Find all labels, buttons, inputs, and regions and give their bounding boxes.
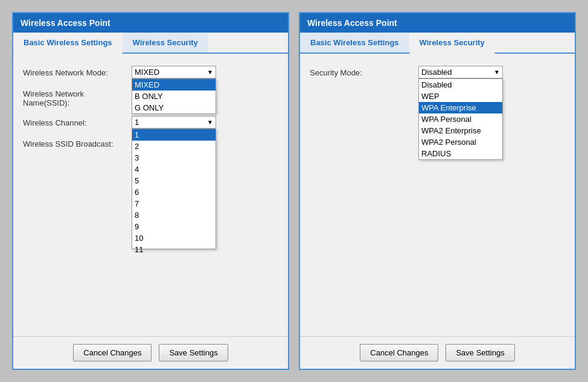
network-mode-dropdown[interactable]: MIXED ▼ MIXED B ONLY G ONLY (132, 66, 216, 78)
network-mode-list: MIXED B ONLY G ONLY (132, 78, 216, 114)
network-mode-row: Wireless Network Mode: MIXED ▼ MIXED B O… (23, 66, 278, 78)
left-tab-bar: Basic Wireless Settings Wireless Securit… (13, 33, 288, 54)
channel-dropdown[interactable]: 1 ▼ 1 2 3 4 5 6 7 8 9 10 11 (132, 116, 216, 129)
network-mode-option-gonly[interactable]: G ONLY (132, 102, 216, 113)
channel-option-4[interactable]: 4 (132, 164, 216, 175)
left-panel: Wireless Access Point Basic Wireless Set… (12, 12, 289, 370)
channel-option-7[interactable]: 7 (132, 198, 216, 209)
channel-value: 1 (135, 118, 139, 127)
left-save-button[interactable]: Save Settings (159, 344, 228, 361)
security-option-disabled[interactable]: Disabled (419, 79, 502, 91)
left-panel-body: Wireless Network Mode: MIXED ▼ MIXED B O… (13, 54, 288, 336)
left-cancel-button[interactable]: Cancel Changes (73, 344, 152, 361)
left-tab-security[interactable]: Wireless Security (123, 33, 208, 53)
security-mode-label: Security Mode: (310, 66, 418, 77)
channel-control: 1 ▼ 1 2 3 4 5 6 7 8 9 10 11 (132, 116, 278, 129)
security-option-wep[interactable]: WEP (419, 91, 502, 102)
security-option-wpa2-enterprise[interactable]: WPA2 Enterprise (419, 125, 502, 136)
network-mode-arrow-icon: ▼ (207, 69, 213, 75)
right-panel: Wireless Access Point Basic Wireless Set… (299, 12, 576, 370)
channel-option-5[interactable]: 5 (132, 175, 216, 186)
network-mode-label: Wireless Network Mode: (23, 66, 132, 77)
security-mode-dropdown[interactable]: Disabled ▼ Disabled WEP WPA Enterprise W… (418, 66, 503, 78)
right-cancel-button[interactable]: Cancel Changes (360, 344, 438, 361)
left-panel-footer: Cancel Changes Save Settings (13, 336, 288, 369)
channel-option-11[interactable]: 11 (132, 244, 216, 255)
channel-option-10[interactable]: 10 (132, 232, 216, 244)
channel-option-8[interactable]: 8 (132, 209, 216, 221)
left-tab-basic[interactable]: Basic Wireless Settings (13, 33, 123, 54)
network-mode-trigger[interactable]: MIXED ▼ (132, 66, 216, 78)
channel-option-3[interactable]: 3 (132, 152, 216, 164)
security-option-radius[interactable]: RADIUS (419, 148, 502, 159)
channel-option-1[interactable]: 1 (132, 129, 216, 141)
security-option-wpa-enterprise[interactable]: WPA Enterprise (419, 102, 502, 113)
security-mode-control: Disabled ▼ Disabled WEP WPA Enterprise W… (418, 66, 565, 78)
right-panel-footer: Cancel Changes Save Settings (300, 336, 575, 369)
security-option-wpa-personal[interactable]: WPA Personal (419, 113, 502, 125)
right-panel-body: Security Mode: Disabled ▼ Disabled WEP W… (300, 54, 575, 336)
right-tab-bar: Basic Wireless Settings Wireless Securit… (300, 33, 575, 54)
channel-option-6[interactable]: 6 (132, 186, 216, 198)
security-mode-trigger[interactable]: Disabled ▼ (418, 66, 503, 78)
channel-list: 1 2 3 4 5 6 7 8 9 10 11 (132, 129, 216, 249)
security-mode-row: Security Mode: Disabled ▼ Disabled WEP W… (310, 66, 565, 78)
network-mode-option-bonly[interactable]: B ONLY (132, 91, 216, 102)
security-mode-value: Disabled (421, 68, 452, 77)
channel-arrow-icon: ▼ (207, 119, 213, 126)
ssid-label: Wireless Network Name(SSID): (23, 87, 132, 107)
security-mode-list: Disabled WEP WPA Enterprise WPA Personal… (418, 78, 503, 160)
network-mode-option-mixed[interactable]: MIXED (132, 79, 216, 91)
network-mode-control: MIXED ▼ MIXED B ONLY G ONLY (132, 66, 278, 78)
channel-row: Wireless Channel: 1 ▼ 1 2 3 4 5 6 7 (23, 116, 278, 129)
ssid-broadcast-label: Wireless SSID Broadcast: (23, 137, 132, 148)
channel-option-2[interactable]: 2 (132, 141, 216, 152)
right-panel-header: Wireless Access Point (300, 13, 575, 33)
right-save-button[interactable]: Save Settings (446, 344, 514, 361)
channel-option-9[interactable]: 9 (132, 221, 216, 232)
left-panel-header: Wireless Access Point (13, 13, 288, 33)
security-mode-arrow-icon: ▼ (494, 69, 500, 75)
network-mode-value: MIXED (135, 68, 159, 77)
right-tab-basic[interactable]: Basic Wireless Settings (300, 33, 409, 53)
right-tab-security[interactable]: Wireless Security (409, 33, 495, 54)
security-option-wpa2-personal[interactable]: WPA2 Personal (419, 136, 502, 148)
channel-label: Wireless Channel: (23, 116, 132, 127)
channel-trigger[interactable]: 1 ▼ (132, 116, 216, 129)
